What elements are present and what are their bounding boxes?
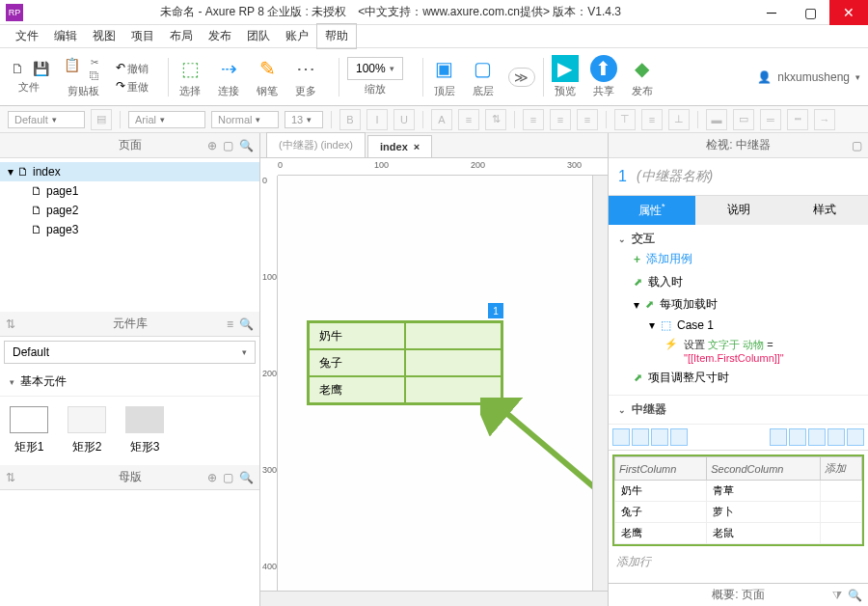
filter-icon[interactable]: ⧩ [832,589,842,602]
library-select[interactable]: Default▾ [4,341,256,364]
spacing-button[interactable]: ⇅ [485,109,506,130]
col-add[interactable]: 添加 [820,457,861,481]
align-right-button[interactable]: ≡ [577,109,598,130]
widget-rect2[interactable]: 矩形2 [68,406,106,455]
canvas[interactable]: 1 奶牛 兔子 老鹰 [278,176,608,591]
widget-rect3[interactable]: 矩形3 [125,406,164,455]
text-color-button[interactable]: A [431,109,452,130]
zoom-select[interactable]: 100%▾ [347,57,403,80]
data-btn[interactable] [670,428,688,446]
new-file-icon[interactable]: 🗋 [8,59,27,78]
more-tool-icon[interactable]: ⋯ [292,55,319,82]
undo-icon[interactable]: ↶ [116,61,125,74]
repeater-data-table[interactable]: FirstColumnSecondColumn添加 奶牛青草 兔子萝卜 老鹰老鼠 [612,454,864,546]
align-left-button[interactable]: ≡ [523,109,544,130]
menu-team[interactable]: 团队 [239,24,278,48]
arrow-button[interactable]: → [814,109,835,130]
outline-search-icon[interactable]: 🔍 [848,589,862,602]
line-width-button[interactable]: ═ [760,109,781,130]
valign-bot-button[interactable]: ⊥ [668,109,690,130]
repeater-cell[interactable]: 兔子 [309,349,405,376]
line-style-button[interactable]: ┅ [787,109,808,130]
menu-edit[interactable]: 编辑 [46,24,85,48]
font-select[interactable]: Arial▾ [128,111,205,128]
repeater-section-header[interactable]: ⌄中继器 [618,401,858,418]
maximize-button[interactable]: ▢ [791,0,829,25]
event-onitemload[interactable]: ▾⬈每项加载时 [618,293,858,316]
minimize-button[interactable]: ─ [752,0,791,25]
widget-rect1[interactable]: 矩形1 [10,406,48,455]
paste-icon[interactable]: 📋 [62,55,81,74]
basic-widgets-section[interactable]: ▾基本元件 [0,368,259,397]
bold-button[interactable]: B [339,109,361,130]
page-page1[interactable]: 🗋page1 [0,181,259,201]
lib-search-icon[interactable]: 🔍 [239,317,254,331]
repeater-widget[interactable]: 1 奶牛 兔子 老鹰 [307,320,503,405]
bullet-button[interactable]: ≡ [458,109,479,130]
copy-icon[interactable]: ⿻ [85,69,104,82]
style-manager-icon[interactable]: ▤ [91,109,112,130]
collapse-masters-icon[interactable]: ⇅ [6,471,15,484]
interactions-header[interactable]: ⌄交互 [618,231,858,247]
fill-button[interactable]: ▬ [706,109,727,130]
inspector-menu-icon[interactable]: ▢ [852,139,862,152]
repeater-cell[interactable]: 老鹰 [309,376,405,403]
align-center-button[interactable]: ≡ [550,109,571,130]
search-icon[interactable]: 🔍 [239,139,254,152]
menu-view[interactable]: 视图 [85,24,123,48]
valign-mid-button[interactable]: ≡ [641,109,663,130]
back-icon[interactable]: ▢ [470,55,497,82]
redo-icon[interactable]: ↷ [116,79,125,93]
repeater-cell[interactable] [405,349,502,376]
add-folder-icon[interactable]: ▢ [223,139,233,152]
event-onload[interactable]: ⬈载入时 [618,271,858,293]
data-btn[interactable] [827,428,845,446]
publish-icon[interactable]: ◆ [629,55,656,82]
scrollbar-horizontal[interactable] [260,591,608,606]
widget-name-input[interactable]: (中继器名称) [637,168,713,185]
master-folder-icon[interactable]: ▢ [223,471,233,484]
data-btn[interactable] [612,428,630,446]
select-tool-icon[interactable]: ⬚ [176,55,203,82]
tab-notes[interactable]: 说明 [695,196,782,225]
data-btn[interactable] [651,428,668,446]
tab-repeater-index[interactable]: (中继器) (index) [266,132,366,157]
user-menu-chevron[interactable]: ▾ [855,72,860,82]
tab-style[interactable]: 样式 [781,196,868,225]
save-icon[interactable]: 💾 [31,59,50,78]
user-name[interactable]: nkxumusheng [777,70,850,84]
menu-account[interactable]: 账户 [278,24,316,48]
collapse-icon[interactable]: ⇅ [6,317,15,331]
preview-icon[interactable]: ▶ [552,55,579,82]
lib-menu-icon[interactable]: ≡ [227,317,233,331]
add-case-link[interactable]: +添加用例 [618,247,858,271]
menu-file[interactable]: 文件 [8,24,46,48]
connect-tool-icon[interactable]: ⇢ [215,55,242,82]
page-page2[interactable]: 🗋page2 [0,201,259,220]
size-select[interactable]: 13▾ [285,111,323,128]
underline-button[interactable]: U [393,109,415,130]
valign-top-button[interactable]: ⊤ [614,109,636,130]
case-action[interactable]: ⚡ 设置 文字于 动物 = "[[Item.FirstColumn]]" [618,335,858,367]
cut-icon[interactable]: ✂ [85,55,104,69]
tab-index[interactable]: index× [367,135,432,157]
data-btn[interactable] [847,428,864,446]
col-header[interactable]: FirstColumn [615,457,707,481]
border-button[interactable]: ▭ [733,109,754,130]
case-1[interactable]: ▾⬚Case 1 [618,316,858,335]
pen-tool-icon[interactable]: ✎ [254,55,281,82]
page-page3[interactable]: 🗋page3 [0,220,259,239]
weight-select[interactable]: Normal▾ [211,111,279,128]
tab-close-icon[interactable]: × [414,141,420,152]
data-btn[interactable] [770,428,787,446]
close-button[interactable]: ✕ [829,0,868,25]
repeater-cell[interactable] [405,322,502,349]
master-search-icon[interactable]: 🔍 [239,471,254,484]
add-master-icon[interactable]: ⊕ [207,471,217,484]
share-icon[interactable]: ⬆ [590,55,617,82]
repeater-cell[interactable] [405,376,502,403]
user-icon[interactable]: 👤 [757,70,772,84]
repeater-cell[interactable]: 奶牛 [309,322,405,349]
italic-button[interactable]: I [366,109,388,130]
col-header[interactable]: SecondColumn [707,457,820,481]
